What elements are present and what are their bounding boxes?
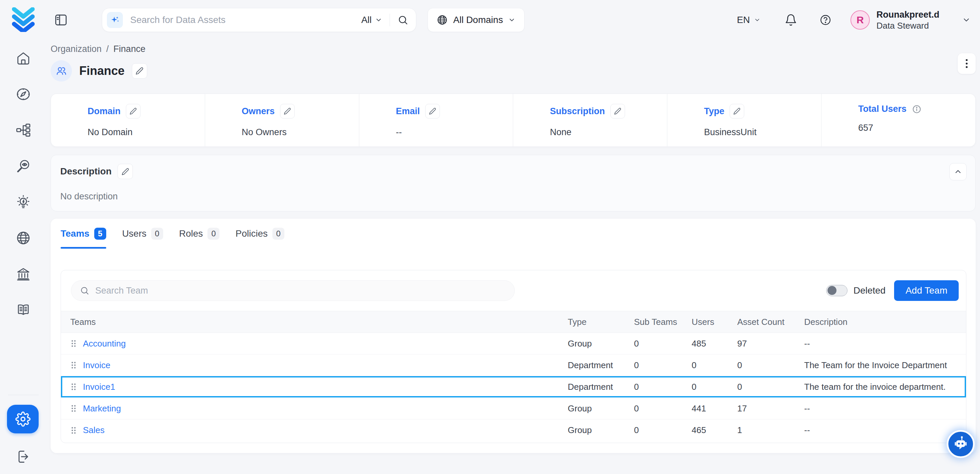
column-header-users: Users — [685, 317, 730, 327]
info-field-email: Email -- — [359, 94, 514, 146]
sidebar-item-governance[interactable] — [16, 266, 31, 282]
team-link[interactable]: Marketing — [83, 403, 121, 414]
table-row: Marketing Group 0 441 17 -- — [61, 398, 966, 419]
team-link[interactable]: Invoice1 — [83, 382, 115, 392]
description-panel: Description No description — [51, 155, 976, 212]
breadcrumb: Organization / Finance — [51, 40, 976, 54]
globe-icon — [437, 14, 448, 25]
chevron-down-icon — [754, 17, 760, 23]
team-detail-card: Teams 5 Users 0 Roles 0 Policies 0 Searc… — [51, 219, 976, 453]
edit-title-button[interactable] — [132, 63, 147, 78]
pencil-icon — [121, 168, 129, 175]
column-header-type: Type — [561, 317, 627, 327]
sidebar-item-explore[interactable] — [16, 87, 31, 102]
bank-icon — [16, 266, 31, 282]
add-team-button[interactable]: Add Team — [894, 280, 959, 301]
global-search-input[interactable]: Search for Data Assets — [130, 14, 361, 25]
info-field-subscription: Subscription None — [513, 94, 667, 146]
table-row-selected: Invoice1 Department 0 0 0 The team for t… — [61, 376, 966, 398]
search-icon — [398, 14, 408, 25]
sidebar-item-home[interactable] — [16, 51, 31, 66]
team-link[interactable]: Invoice — [83, 360, 110, 371]
pencil-icon — [129, 108, 137, 115]
user-menu[interactable]: R Rounakpreet.d Data Steward — [851, 9, 970, 31]
breadcrumb-organization[interactable]: Organization — [51, 44, 102, 54]
chevron-up-icon — [954, 167, 963, 176]
magnifier-eye-icon — [16, 158, 31, 174]
bell-icon — [784, 14, 797, 26]
column-header-asset-count: Asset Count — [730, 317, 797, 327]
info-field-domain: Domain No Domain — [51, 94, 205, 146]
open-book-icon — [16, 302, 31, 318]
domains-dropdown[interactable]: All Domains — [428, 8, 525, 32]
teams-table-panel: Search Team Deleted Add Team Teams Type … — [60, 270, 966, 443]
tab-users[interactable]: Users 0 — [122, 219, 163, 249]
search-submit-button[interactable] — [397, 14, 409, 25]
info-icon — [912, 104, 922, 114]
sidebar-item-lineage[interactable] — [16, 122, 31, 138]
drag-handle-icon[interactable] — [70, 382, 77, 391]
sidebar-divider — [8, 395, 39, 395]
pencil-icon — [135, 67, 143, 75]
sidebar-item-observability[interactable] — [16, 158, 31, 174]
tab-policies[interactable]: Policies 0 — [235, 219, 284, 249]
team-people-icon — [55, 65, 68, 77]
team-link[interactable]: Sales — [83, 425, 105, 435]
edit-owners-button[interactable] — [280, 104, 295, 119]
edit-domain-button[interactable] — [126, 104, 140, 119]
ai-sparkle-icon[interactable] — [107, 12, 123, 28]
tab-roles-count: 0 — [207, 227, 220, 240]
kebab-menu-icon — [962, 58, 971, 69]
column-header-teams: Teams — [61, 317, 561, 327]
tab-roles[interactable]: Roles 0 — [179, 219, 220, 249]
language-dropdown[interactable]: EN — [737, 14, 760, 25]
edit-email-button[interactable] — [425, 104, 440, 119]
user-name: Rounakpreet.d — [877, 9, 939, 20]
tab-teams[interactable]: Teams 5 — [60, 219, 106, 249]
global-search-bar[interactable]: Search for Data Assets All — [102, 8, 416, 32]
tab-policies-count: 0 — [272, 227, 285, 240]
team-search-input[interactable]: Search Team — [71, 280, 515, 301]
drag-handle-icon[interactable] — [70, 404, 77, 413]
info-field-total-users: Total Users 657 — [821, 94, 975, 146]
edit-type-button[interactable] — [730, 104, 744, 119]
app-logo — [12, 7, 35, 32]
sidebar-item-domains[interactable] — [16, 231, 31, 246]
pencil-icon — [429, 108, 436, 115]
pencil-icon — [614, 108, 621, 115]
more-actions-button[interactable] — [958, 53, 976, 74]
breadcrumb-current: Finance — [113, 44, 146, 54]
description-empty-text: No description — [60, 191, 118, 202]
drag-handle-icon[interactable] — [70, 361, 77, 369]
edit-subscription-button[interactable] — [610, 104, 625, 119]
search-scope-dropdown[interactable]: All — [361, 14, 382, 25]
main-content: Organization / Finance Finance Domain No… — [51, 40, 976, 453]
help-button[interactable] — [818, 12, 833, 28]
user-avatar[interactable]: R — [851, 10, 870, 30]
drag-handle-icon[interactable] — [70, 426, 77, 435]
deleted-toggle[interactable] — [826, 285, 848, 296]
sidebar-item-insights[interactable] — [16, 194, 31, 210]
logout-icon — [16, 449, 31, 464]
sidebar-item-logout[interactable] — [15, 449, 31, 465]
page-header: Finance — [51, 60, 976, 81]
sidebar-collapse-button[interactable] — [53, 12, 68, 28]
table-header-row: Teams Type Sub Teams Users Asset Count D… — [61, 311, 966, 333]
deleted-toggle-label: Deleted — [853, 285, 886, 296]
edit-description-button[interactable] — [118, 164, 133, 179]
pencil-icon — [284, 108, 291, 115]
chat-assistant-button[interactable] — [947, 430, 975, 458]
sidebar-item-settings[interactable] — [7, 405, 39, 433]
column-header-sub-teams: Sub Teams — [627, 317, 685, 327]
table-row: Sales Group 0 465 1 -- — [61, 419, 966, 441]
chevron-down-icon — [375, 16, 382, 24]
team-avatar — [51, 60, 72, 81]
info-field-type: Type BusinessUnit — [667, 94, 821, 146]
team-link[interactable]: Accounting — [83, 339, 126, 349]
sidebar-item-glossary[interactable] — [16, 302, 31, 318]
drag-handle-icon[interactable] — [70, 339, 77, 348]
tab-bar: Teams 5 Users 0 Roles 0 Policies 0 — [51, 219, 976, 249]
column-header-description: Description — [797, 317, 966, 327]
collapse-description-button[interactable] — [949, 163, 967, 180]
notifications-button[interactable] — [783, 12, 799, 28]
